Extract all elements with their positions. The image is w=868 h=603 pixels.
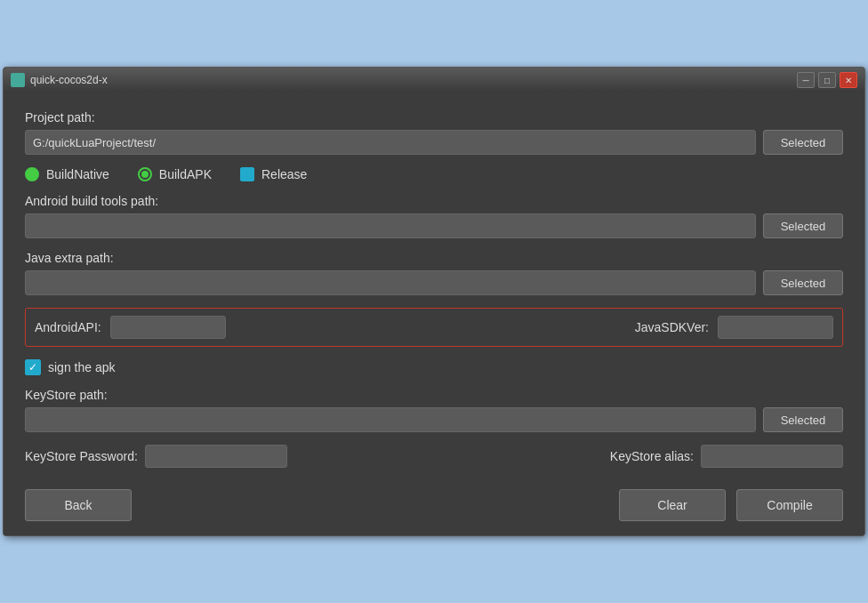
android-api-section: AndroidAPI:	[35, 316, 226, 339]
keystore-password-label: KeyStore Password:	[25, 449, 138, 463]
build-native-option[interactable]: BuildNative	[25, 167, 109, 181]
minimize-button[interactable]: ─	[797, 72, 815, 88]
compile-button[interactable]: Compile	[736, 489, 843, 521]
android-api-row: AndroidAPI: JavaSDKVer:	[25, 308, 843, 347]
build-native-label: BuildNative	[46, 167, 109, 181]
release-label: Release	[261, 167, 307, 181]
build-apk-radio[interactable]	[138, 167, 152, 181]
project-path-input[interactable]	[25, 130, 756, 155]
java-extra-path-input[interactable]	[25, 270, 756, 295]
bottom-right-buttons: Clear Compile	[619, 489, 843, 521]
back-button[interactable]: Back	[25, 489, 132, 521]
content-area: Project path: Selected BuildNative Build…	[4, 92, 864, 535]
java-extra-path-row: Java extra path: Selected	[25, 251, 843, 295]
project-path-row: Project path: Selected	[25, 110, 843, 155]
java-extra-path-label: Java extra path:	[25, 251, 843, 265]
java-sdk-label: JavaSDKVer:	[635, 320, 709, 334]
titlebar-controls: ─ □ ✕	[797, 72, 857, 88]
titlebar: quick-cocos2d-x ─ □ ✕	[4, 68, 864, 92]
bottom-buttons-row: Back Clear Compile	[25, 486, 843, 521]
keystore-path-row: KeyStore path: Selected	[25, 388, 843, 432]
project-path-label: Project path:	[25, 110, 843, 125]
java-extra-path-inputs: Selected	[25, 270, 843, 295]
main-window: quick-cocos2d-x ─ □ ✕ Project path: Sele…	[3, 67, 865, 536]
build-native-radio[interactable]	[25, 167, 39, 181]
keystore-path-input[interactable]	[25, 407, 756, 432]
window-title: quick-cocos2d-x	[30, 74, 108, 86]
sign-apk-row: ✓ sign the apk	[25, 359, 843, 375]
keystore-alias-input[interactable]	[701, 445, 843, 468]
android-api-label: AndroidAPI:	[35, 320, 101, 334]
build-apk-label: BuildAPK	[159, 167, 212, 181]
android-build-tools-label: Android build tools path:	[25, 194, 843, 208]
android-build-tools-inputs: Selected	[25, 213, 843, 238]
release-option[interactable]: Release	[240, 167, 307, 181]
sign-apk-checkbox[interactable]: ✓	[25, 359, 41, 375]
clear-button[interactable]: Clear	[619, 489, 726, 521]
java-extra-selected-button[interactable]: Selected	[763, 270, 843, 295]
project-path-selected-button[interactable]: Selected	[763, 130, 843, 155]
android-api-input[interactable]	[110, 316, 226, 339]
build-apk-option[interactable]: BuildAPK	[138, 167, 212, 181]
keystore-password-input[interactable]	[145, 445, 287, 468]
release-checkbox[interactable]	[240, 167, 254, 181]
build-options-row: BuildNative BuildAPK Release	[25, 167, 843, 181]
keystore-selected-button[interactable]: Selected	[763, 407, 843, 432]
android-build-tools-input[interactable]	[25, 213, 756, 238]
app-icon	[11, 73, 25, 87]
java-sdk-section: JavaSDKVer:	[635, 316, 833, 339]
keystore-alias-section: KeyStore alias:	[610, 445, 843, 468]
keystore-credentials-row: KeyStore Password: KeyStore alias:	[25, 445, 843, 468]
close-button[interactable]: ✕	[840, 72, 857, 88]
keystore-alias-label: KeyStore alias:	[610, 449, 694, 463]
titlebar-left: quick-cocos2d-x	[11, 73, 108, 87]
keystore-password-section: KeyStore Password:	[25, 445, 287, 468]
maximize-button[interactable]: □	[818, 72, 836, 88]
java-sdk-input[interactable]	[718, 316, 833, 339]
sign-apk-label: sign the apk	[48, 360, 116, 374]
keystore-path-inputs: Selected	[25, 407, 843, 432]
keystore-path-label: KeyStore path:	[25, 388, 843, 402]
project-path-inputs: Selected	[25, 130, 843, 155]
android-build-tools-selected-button[interactable]: Selected	[763, 213, 843, 238]
android-build-tools-row: Android build tools path: Selected	[25, 194, 843, 238]
